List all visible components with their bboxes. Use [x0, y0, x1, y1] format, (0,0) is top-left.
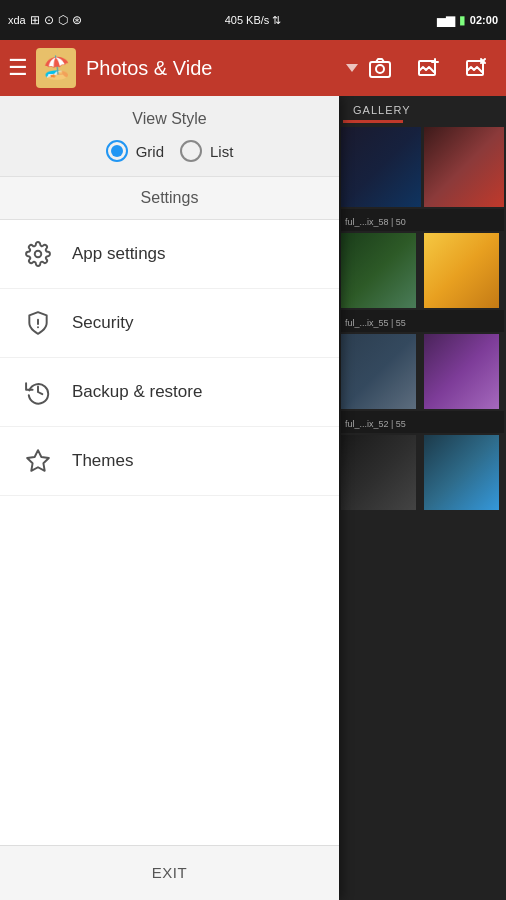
- xda-label: xda: [8, 14, 26, 26]
- app-title: Photos & Vide: [86, 57, 342, 80]
- camera-icon: [368, 56, 392, 80]
- app-icon-emoji: 🏖️: [43, 55, 70, 81]
- svg-point-8: [35, 251, 42, 258]
- gallery-row3-label: ful_...ix_52 | 55: [341, 411, 504, 433]
- status-icon-2: ⊙: [44, 13, 54, 27]
- status-icon-radio: ⊛: [72, 13, 82, 27]
- radio-grid[interactable]: Grid: [106, 140, 164, 162]
- app-icon: 🏖️: [36, 48, 76, 88]
- gallery-cell-4[interactable]: [424, 233, 499, 308]
- gallery-caption-2: ful_...ix_55 | 55: [345, 318, 406, 328]
- menu-item-backup[interactable]: Backup & restore: [0, 358, 339, 427]
- gallery-background: GALLERY ful_...ix_58 | 50 ful_...ix_55 |…: [339, 96, 506, 900]
- drawer-spacer: [0, 496, 339, 845]
- star-icon: [20, 443, 56, 479]
- gallery-cell-5[interactable]: [341, 334, 416, 409]
- menu-app-settings-label: App settings: [72, 244, 166, 264]
- radio-grid-inner: [111, 145, 123, 157]
- gallery-cell-3[interactable]: [341, 233, 416, 308]
- view-style-section: View Style Grid List: [0, 96, 339, 176]
- menu-backup-label: Backup & restore: [72, 382, 202, 402]
- gallery-caption-3: ful_...ix_52 | 55: [345, 419, 406, 429]
- import-image-icon: [464, 56, 488, 80]
- view-style-title: View Style: [0, 110, 339, 128]
- app-bar: ☰ 🏖️ Photos & Vide: [0, 40, 506, 96]
- import-image-button[interactable]: [454, 46, 498, 90]
- gallery-grid: ful_...ix_58 | 50 ful_...ix_55 | 55 ful_…: [339, 125, 506, 512]
- svg-point-1: [376, 65, 384, 73]
- shield-icon: [20, 305, 56, 341]
- status-right: ▅▆ ▮ 02:00: [437, 13, 498, 27]
- main-container: View Style Grid List Settings: [0, 96, 506, 900]
- menu-item-themes[interactable]: Themes: [0, 427, 339, 496]
- gallery-cell-1[interactable]: [341, 127, 421, 207]
- gallery-label: GALLERY: [345, 100, 419, 120]
- title-dropdown-arrow[interactable]: [346, 64, 358, 72]
- navigation-drawer: View Style Grid List Settings: [0, 96, 339, 900]
- svg-marker-12: [27, 450, 49, 471]
- data-speed: 405 KB/s ⇅: [225, 14, 282, 26]
- add-image-icon: [416, 56, 440, 80]
- status-icon-usb: ⬡: [58, 13, 68, 27]
- gallery-row1-label: ful_...ix_58 | 50: [341, 209, 504, 231]
- settings-header-text: Settings: [16, 189, 323, 207]
- camera-button[interactable]: [358, 46, 402, 90]
- gallery-row2-label: ful_...ix_55 | 55: [341, 310, 504, 332]
- radio-list[interactable]: List: [180, 140, 233, 162]
- settings-section-header: Settings: [0, 176, 339, 220]
- radio-grid-label: Grid: [136, 143, 164, 160]
- status-bar: xda ⊞ ⊙ ⬡ ⊛ 405 KB/s ⇅ ▅▆ ▮ 02:00: [0, 0, 506, 40]
- hamburger-menu-button[interactable]: ☰: [8, 55, 28, 81]
- gallery-cell-6[interactable]: [424, 334, 499, 409]
- gear-svg: [25, 241, 51, 267]
- menu-item-security[interactable]: Security: [0, 289, 339, 358]
- gallery-cell-8[interactable]: [424, 435, 499, 510]
- add-image-button[interactable]: [406, 46, 450, 90]
- status-center: 405 KB/s ⇅: [225, 14, 282, 27]
- clock-rotate-icon: [20, 374, 56, 410]
- battery-icon: ▮: [459, 13, 466, 27]
- app-bar-actions: [358, 46, 498, 90]
- star-svg: [25, 448, 51, 474]
- gallery-cell-7[interactable]: [341, 435, 416, 510]
- gallery-header: GALLERY: [339, 96, 506, 120]
- status-icon-1: ⊞: [30, 13, 40, 27]
- radio-list-outer[interactable]: [180, 140, 202, 162]
- gear-icon: [20, 236, 56, 272]
- status-left: xda ⊞ ⊙ ⬡ ⊛: [8, 13, 82, 27]
- clock-rotate-svg: [25, 379, 51, 405]
- menu-themes-label: Themes: [72, 451, 133, 471]
- clock: 02:00: [470, 14, 498, 26]
- signal-bars: ▅▆: [437, 13, 455, 27]
- exit-label: EXIT: [152, 864, 187, 881]
- menu-item-app-settings[interactable]: App settings: [0, 220, 339, 289]
- gallery-cell-2[interactable]: [424, 127, 504, 207]
- radio-grid-outer[interactable]: [106, 140, 128, 162]
- radio-list-label: List: [210, 143, 233, 160]
- gallery-underline: [343, 120, 403, 123]
- exit-button[interactable]: EXIT: [0, 845, 339, 900]
- shield-svg: [25, 310, 51, 336]
- menu-security-label: Security: [72, 313, 133, 333]
- gallery-caption-1: ful_...ix_58 | 50: [345, 217, 406, 227]
- view-style-radio-group: Grid List: [0, 140, 339, 162]
